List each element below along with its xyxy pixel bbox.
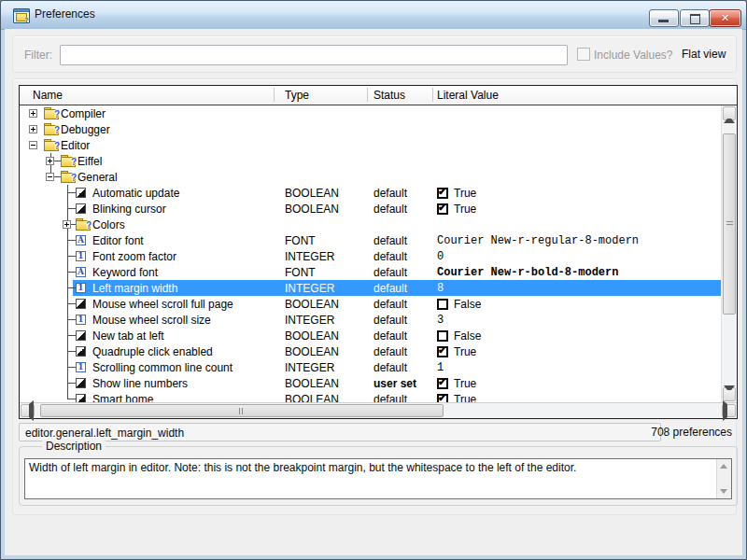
preference-name: Editor font bbox=[92, 234, 144, 247]
vertical-scrollbar[interactable] bbox=[721, 105, 737, 402]
unchecked-checkbox[interactable] bbox=[437, 299, 448, 310]
collapse-icon[interactable] bbox=[29, 141, 37, 149]
tree-connector-line bbox=[67, 383, 76, 384]
preference-value: 0 bbox=[437, 250, 444, 263]
preference-value: True bbox=[437, 187, 476, 200]
column-divider[interactable] bbox=[432, 88, 433, 102]
preference-status: user set bbox=[374, 377, 416, 390]
preference-status: default bbox=[374, 266, 407, 279]
scroll-up-button[interactable] bbox=[723, 106, 736, 120]
unchecked-checkbox[interactable] bbox=[437, 330, 448, 342]
tree-connector-line bbox=[67, 351, 76, 352]
flat-view-toggle[interactable]: Flat view bbox=[682, 48, 726, 61]
tree-row[interactable]: Mouse wheel scroll full pageBOOLEANdefau… bbox=[20, 296, 721, 312]
tree-row[interactable]: 1Left margin widthINTEGERdefault8 bbox=[20, 280, 721, 296]
vertical-scrollbar-thumb[interactable] bbox=[723, 133, 736, 315]
tree-row[interactable]: 1Scrolling common line countINTEGERdefau… bbox=[20, 359, 721, 375]
tree-row[interactable]: AKeyword fontFONTdefaultCourier New-r-bo… bbox=[20, 264, 721, 280]
tree-row[interactable]: New tab at leftBOOLEANdefaultFalse bbox=[20, 328, 721, 343]
boolean-pref-icon bbox=[76, 203, 86, 214]
tree-row[interactable]: Blinking cursorBOOLEANdefaultTrue bbox=[20, 201, 721, 217]
title-bar[interactable]: ? Preferences ✕ bbox=[1, 1, 746, 30]
filter-label: Filter: bbox=[24, 49, 52, 62]
tree-row[interactable]: Show line numbersBOOLEANuser setTrue bbox=[20, 375, 721, 391]
tree-row[interactable]: 1Mouse wheel scroll sizeINTEGERdefault3 bbox=[20, 312, 721, 328]
preference-type: FONT bbox=[285, 266, 316, 279]
column-divider[interactable] bbox=[367, 88, 368, 102]
column-divider[interactable] bbox=[274, 88, 275, 102]
tree-row[interactable]: 1Font zoom factorINTEGERdefault0 bbox=[20, 248, 721, 264]
preferences-tree: Name Type Status Literal Value ?Compiler… bbox=[19, 85, 738, 419]
include-values-checkbox[interactable] bbox=[577, 48, 590, 61]
scroll-right-button[interactable] bbox=[722, 404, 736, 417]
close-window-button[interactable]: ✕ bbox=[709, 9, 741, 27]
arrow-down-icon bbox=[720, 489, 727, 494]
preference-name: Mouse wheel scroll size bbox=[92, 314, 211, 327]
preference-status: default bbox=[374, 393, 407, 402]
folder-icon: ? bbox=[44, 139, 59, 151]
tree-row[interactable]: Quadruple click enabledBOOLEANdefaultTru… bbox=[20, 343, 721, 359]
preference-name: New tab at left bbox=[92, 329, 164, 343]
description-area[interactable]: Width of left margin in editor. Note: th… bbox=[24, 458, 732, 499]
expand-icon[interactable] bbox=[63, 220, 71, 229]
preference-type: INTEGER bbox=[285, 361, 334, 374]
column-header-name[interactable]: Name bbox=[33, 89, 63, 102]
tree-connector-line bbox=[67, 272, 76, 273]
filter-input[interactable] bbox=[60, 45, 568, 65]
tree-row[interactable]: AEditor fontFONTdefaultCourier New-r-reg… bbox=[20, 232, 721, 248]
checkbox-value-label: True bbox=[454, 377, 476, 390]
description-scrollbar[interactable] bbox=[716, 459, 731, 498]
checked-checkbox[interactable] bbox=[437, 346, 448, 357]
preference-name: Font zoom factor bbox=[92, 250, 176, 263]
scroll-down-button[interactable] bbox=[723, 387, 736, 401]
preference-status: default bbox=[374, 187, 407, 200]
horizontal-scrollbar[interactable] bbox=[20, 402, 737, 418]
tree-row[interactable]: ?Colors bbox=[20, 217, 721, 232]
maximize-button[interactable] bbox=[680, 9, 710, 27]
tree-row[interactable]: ?Debugger bbox=[20, 121, 721, 137]
tree-row[interactable]: ?Compiler bbox=[20, 105, 721, 121]
preference-value: False bbox=[437, 329, 481, 343]
checked-checkbox[interactable] bbox=[437, 378, 448, 389]
arrow-up-icon bbox=[720, 464, 727, 469]
checked-checkbox[interactable] bbox=[437, 203, 448, 215]
tree-connector-line bbox=[67, 335, 76, 336]
checked-checkbox[interactable] bbox=[437, 394, 448, 402]
description-text: Width of left margin in editor. Note: th… bbox=[25, 459, 716, 498]
column-header-literal[interactable]: Literal Value bbox=[437, 89, 499, 102]
dialog-client-area: Filter: Include Values? Flat view Name T… bbox=[5, 29, 742, 555]
tree-connector-line bbox=[54, 176, 61, 177]
folder-icon: ? bbox=[61, 155, 76, 167]
expand-icon[interactable] bbox=[46, 157, 54, 165]
preference-name: Mouse wheel scroll full page bbox=[92, 298, 233, 311]
preference-name: Editor bbox=[61, 139, 90, 152]
preferences-app-icon: ? bbox=[13, 8, 30, 23]
scroll-left-button[interactable] bbox=[21, 404, 35, 417]
column-header-status[interactable]: Status bbox=[374, 89, 405, 102]
collapse-icon[interactable] bbox=[46, 173, 54, 181]
tree-row[interactable]: Automatic updateBOOLEANdefaultTrue bbox=[20, 185, 721, 201]
tree-connector-line bbox=[67, 208, 76, 209]
tree-row[interactable]: ?General bbox=[20, 169, 721, 185]
expand-icon[interactable] bbox=[29, 125, 37, 133]
minimize-button[interactable] bbox=[649, 9, 679, 27]
preference-type: BOOLEAN bbox=[285, 329, 339, 343]
preference-status: default bbox=[374, 250, 407, 263]
preference-type: BOOLEAN bbox=[285, 187, 339, 200]
horizontal-scrollbar-thumb[interactable] bbox=[40, 404, 444, 417]
expand-icon[interactable] bbox=[29, 109, 37, 118]
preference-type: BOOLEAN bbox=[285, 298, 339, 311]
checkbox-value-label: True bbox=[454, 203, 476, 216]
column-header-type[interactable]: Type bbox=[285, 89, 309, 102]
preference-name: Automatic update bbox=[92, 187, 179, 200]
folder-icon: ? bbox=[44, 107, 59, 119]
checked-checkbox[interactable] bbox=[437, 188, 448, 199]
preference-status: default bbox=[374, 234, 407, 247]
question-mark-icon: ? bbox=[71, 173, 77, 183]
tree-row[interactable]: ?Eiffel bbox=[20, 153, 721, 169]
tree-row[interactable]: Smart homeBOOLEANdefaultTrue bbox=[20, 391, 721, 402]
tree-row[interactable]: ?Editor bbox=[20, 137, 721, 153]
preference-value: Courier New-r-regular-8-modern bbox=[437, 234, 639, 247]
preference-name: Debugger bbox=[61, 123, 110, 136]
preference-value: True bbox=[437, 393, 476, 402]
